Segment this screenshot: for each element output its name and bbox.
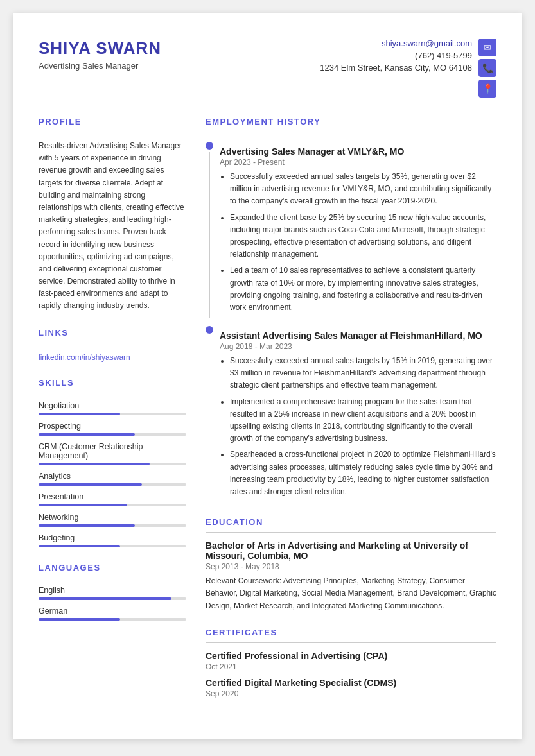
skill-item: Budgeting <box>39 533 186 547</box>
job-date: Apr 2023 - Present <box>220 158 496 167</box>
timeline-line <box>209 152 210 318</box>
profile-divider <box>39 132 186 132</box>
header-contact: shiya.swarn@gmail.com (762) 419-5799 123… <box>320 39 472 73</box>
cert-title: Certified Digital Marketing Specialist (… <box>206 678 496 688</box>
certificates-title: CERTIFICATES <box>206 628 496 637</box>
certificates-divider <box>206 642 496 643</box>
skills-list: Negotiation Prospecting CRM (Customer Re… <box>39 401 186 547</box>
employment-divider <box>206 132 496 132</box>
job-date: Aug 2018 - Mar 2023 <box>220 342 496 351</box>
skill-bar-bg <box>39 504 186 506</box>
skill-bar-bg <box>39 483 186 486</box>
profile-text: Results-driven Advertising Sales Manager… <box>39 140 186 313</box>
location-icon: 📍 <box>478 80 496 98</box>
edu-degree: Bachelor of Arts in Advertising and Mark… <box>206 540 496 561</box>
skill-item: CRM (Customer Relationship Management) <box>39 442 186 465</box>
skill-bar-fill <box>39 463 150 465</box>
skill-bar-bg <box>39 433 186 436</box>
bullet-item: Led a team of 10 sales representatives t… <box>230 264 496 314</box>
profile-section: PROFILE Results-driven Advertising Sales… <box>39 117 186 313</box>
candidate-name: SHIYA SWARN <box>39 39 161 58</box>
skill-name: Negotiation <box>39 401 186 410</box>
employment-list: Advertising Sales Manager at VMLY&R, MO … <box>206 140 496 502</box>
education-title: EDUCATION <box>206 517 496 527</box>
certificates-section: CERTIFICATES Certified Professional in A… <box>206 628 496 698</box>
job-content: Advertising Sales Manager at VMLY&R, MO … <box>220 140 496 318</box>
links-title: LINKS <box>39 328 186 338</box>
linkedin-link[interactable]: linkedin.com/in/shiyaswarn <box>39 353 130 362</box>
lang-bar-bg <box>39 618 186 621</box>
skill-item: Negotiation <box>39 401 186 415</box>
links-divider <box>39 343 186 343</box>
skill-bar-bg <box>39 463 186 465</box>
left-column: PROFILE Results-driven Advertising Sales… <box>39 117 186 714</box>
skills-title: SKILLS <box>39 378 186 388</box>
language-name: English <box>39 586 186 595</box>
cert-date: Oct 2021 <box>206 662 496 671</box>
skill-bar-fill <box>39 413 120 415</box>
bullet-item: Successfully exceeded annual sales targe… <box>230 355 496 392</box>
header-icons: ✉ 📞 📍 <box>478 39 496 98</box>
skill-item: Prospecting <box>39 422 186 436</box>
skill-bar-fill <box>39 483 142 486</box>
education-divider <box>206 532 496 533</box>
bullet-item: Successfully exceeded annual sales targe… <box>230 171 496 208</box>
bullet-item: Spearheaded a cross-functional project i… <box>230 449 496 498</box>
dot-column <box>206 324 213 502</box>
skill-bar-bg <box>39 413 186 415</box>
timeline-dot <box>206 142 213 150</box>
address: 1234 Elm Street, Kansas City, MO 64108 <box>320 63 472 73</box>
skill-name: Presentation <box>39 492 186 501</box>
skill-item: Presentation <box>39 492 186 506</box>
skill-item: Networking <box>39 513 186 527</box>
certificate-item: Certified Professional in Advertising (C… <box>206 651 496 671</box>
phone-icon: 📞 <box>478 59 496 77</box>
main-content: PROFILE Results-driven Advertising Sales… <box>39 117 496 714</box>
skill-bar-fill <box>39 524 135 527</box>
lang-bar-fill <box>39 597 171 600</box>
languages-title: LANGUAGES <box>39 563 186 572</box>
skill-item: Analytics <box>39 472 186 486</box>
skill-bar-bg <box>39 545 186 547</box>
right-column: EMPLOYMENT HISTORY Advertising Sales Man… <box>206 117 496 714</box>
job-bullets: Successfully exceeded annual sales targe… <box>220 355 496 498</box>
languages-divider <box>39 578 186 578</box>
language-item: English <box>39 586 186 600</box>
languages-list: English German <box>39 586 186 621</box>
skill-bar-fill <box>39 504 127 506</box>
profile-title: PROFILE <box>39 117 186 126</box>
edu-date: Sep 2013 - May 2018 <box>206 562 496 571</box>
job-entry: Assistant Advertising Sales Manager at F… <box>206 324 496 502</box>
skill-name: Networking <box>39 513 186 522</box>
skills-section: SKILLS Negotiation Prospecting CRM (Cust… <box>39 378 186 547</box>
header-right: shiya.swarn@gmail.com (762) 419-5799 123… <box>320 39 496 98</box>
language-item: German <box>39 606 186 621</box>
cert-date: Sep 2020 <box>206 689 496 698</box>
lang-bar-fill <box>39 618 120 621</box>
lang-bar-bg <box>39 597 186 600</box>
phone-number: (762) 419-5799 <box>320 51 472 60</box>
resume-container: SHIYA SWARN Advertising Sales Manager sh… <box>13 13 522 739</box>
skill-bar-bg <box>39 524 186 527</box>
job-content: Assistant Advertising Sales Manager at F… <box>220 324 496 502</box>
certificates-list: Certified Professional in Advertising (C… <box>206 651 496 698</box>
employment-title: EMPLOYMENT HISTORY <box>206 117 496 126</box>
cert-title: Certified Professional in Advertising (C… <box>206 651 496 661</box>
email-link[interactable]: shiya.swarn@gmail.com <box>320 39 472 48</box>
job-bullets: Successfully exceeded annual sales targe… <box>220 171 496 314</box>
skill-name: CRM (Customer Relationship Management) <box>39 442 186 460</box>
languages-section: LANGUAGES English German <box>39 563 186 621</box>
skills-divider <box>39 393 186 393</box>
email-icon: ✉ <box>478 39 496 56</box>
skill-name: Analytics <box>39 472 186 481</box>
bullet-item: Expanded the client base by 25% by secur… <box>230 212 496 261</box>
timeline-dot <box>206 326 213 334</box>
skill-name: Prospecting <box>39 422 186 431</box>
employment-section: EMPLOYMENT HISTORY Advertising Sales Man… <box>206 117 496 502</box>
links-section: LINKS linkedin.com/in/shiyaswarn <box>39 328 186 363</box>
language-name: German <box>39 606 186 615</box>
header-left: SHIYA SWARN Advertising Sales Manager <box>39 39 161 71</box>
skill-bar-fill <box>39 545 120 547</box>
edu-coursework: Relevant Coursework: Advertising Princip… <box>206 575 496 612</box>
resume-header: SHIYA SWARN Advertising Sales Manager sh… <box>39 39 496 98</box>
